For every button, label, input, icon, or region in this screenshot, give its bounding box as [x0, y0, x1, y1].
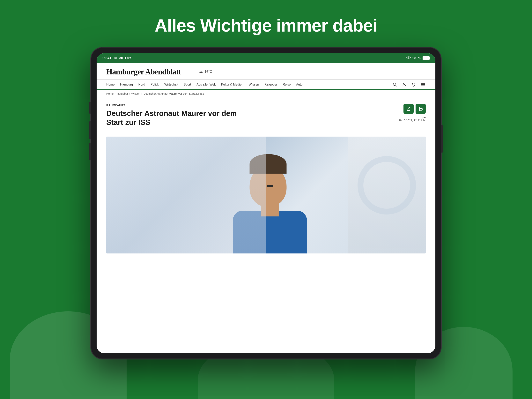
- article-date: 29.10.2021, 12:21 Uhr: [399, 119, 426, 122]
- svg-line-1: [395, 85, 397, 86]
- battery-percent: 100 %: [412, 56, 421, 60]
- hero-title: Alles Wichtige immer dabei: [155, 16, 377, 36]
- nav-sport[interactable]: Sport: [184, 83, 191, 86]
- nav-icons: [392, 82, 426, 87]
- breadcrumb-ratgeber[interactable]: Ratgeber: [117, 92, 128, 95]
- status-bar: 09:41 Di. 30. Okt. 100 %: [97, 53, 435, 63]
- nav-kultur-medien[interactable]: Kultur & Medien: [221, 83, 243, 86]
- tablet-screen: 09:41 Di. 30. Okt. 100 %: [97, 53, 435, 353]
- nav-home[interactable]: Home: [106, 83, 115, 86]
- breadcrumb-sep-1: ›: [115, 92, 116, 95]
- equipment-circle: [358, 156, 416, 214]
- status-date: Di. 30. Okt.: [114, 56, 132, 60]
- print-button[interactable]: [416, 104, 426, 114]
- nav-ratgeber[interactable]: Ratgeber: [265, 83, 277, 86]
- nav-wissen[interactable]: Wissen: [249, 83, 259, 86]
- article-source: dpa: [399, 116, 426, 119]
- nav-auto[interactable]: Auto: [296, 83, 303, 86]
- breadcrumb: Home › Ratgeber › Wissen › Deutscher Ast…: [97, 90, 435, 98]
- breadcrumb-current: Deutscher Astronaut Maurer vor dem Start…: [144, 92, 204, 95]
- wifi-icon: [406, 56, 411, 60]
- breadcrumb-home[interactable]: Home: [106, 92, 114, 95]
- search-icon[interactable]: [392, 82, 398, 87]
- breadcrumb-wissen[interactable]: Wissen: [131, 92, 140, 95]
- status-left: 09:41 Di. 30. Okt.: [102, 56, 132, 60]
- action-buttons: [404, 104, 426, 114]
- temperature: 16°C: [204, 70, 212, 74]
- nav-nord[interactable]: Nord: [139, 83, 145, 86]
- article-actions: dpa 29.10.2021, 12:21 Uhr: [399, 104, 426, 131]
- nav-aus-aller-welt[interactable]: Aus aller Welt: [196, 83, 215, 86]
- power-button: [89, 102, 91, 114]
- status-right: 100 %: [406, 56, 430, 60]
- breadcrumb-sep-2: ›: [129, 92, 130, 95]
- nav-politik[interactable]: Politik: [151, 83, 159, 86]
- nav-bar: Home Hamburg Nord Politik Wirtschaft Spo…: [97, 80, 435, 90]
- article-category: RAUMFAHRT: [106, 104, 391, 107]
- share-button[interactable]: [404, 104, 414, 114]
- nav-reise[interactable]: Reise: [283, 83, 291, 86]
- breadcrumb-sep-3: ›: [141, 92, 142, 95]
- volume-down-button: [89, 143, 91, 160]
- article-title: Deutscher Astronaut Maurer vor dem Start…: [106, 109, 243, 127]
- volume-up-button: [89, 121, 91, 139]
- menu-icon[interactable]: [420, 82, 426, 87]
- content-area: Hamburger Abendblatt ☁ 16°C Home Hamburg…: [97, 63, 435, 353]
- article-meta: dpa 29.10.2021, 12:21 Uhr: [399, 116, 426, 122]
- nav-hamburg[interactable]: Hamburg: [120, 83, 133, 86]
- status-time: 09:41: [102, 56, 111, 60]
- nav-wirtschaft[interactable]: Wirtschaft: [164, 83, 178, 86]
- bg-equipment: [348, 137, 426, 253]
- tablet-device: 09:41 Di. 30. Okt. 100 %: [91, 47, 441, 359]
- article-image: [106, 137, 426, 253]
- person-photo: [106, 137, 426, 253]
- weather-widget: ☁ 16°C: [199, 69, 212, 74]
- svg-point-2: [404, 83, 405, 84]
- article-section: RAUMFAHRT Deutscher Astronaut Maurer vor…: [97, 98, 435, 137]
- tablet-frame: 09:41 Di. 30. Okt. 100 %: [91, 47, 441, 359]
- battery-icon: [423, 56, 430, 60]
- account-icon[interactable]: [402, 82, 407, 87]
- svg-point-0: [393, 83, 396, 85]
- sleep-button: [441, 125, 443, 153]
- lightbulb-icon[interactable]: [411, 82, 416, 87]
- nav-links: Home Hamburg Nord Politik Wirtschaft Spo…: [106, 83, 303, 86]
- newspaper-logo: Hamburger Abendblatt: [106, 67, 181, 76]
- article-main: RAUMFAHRT Deutscher Astronaut Maurer vor…: [106, 104, 391, 131]
- newspaper-header: Hamburger Abendblatt ☁ 16°C: [97, 63, 435, 80]
- weather-icon: ☁: [199, 69, 203, 74]
